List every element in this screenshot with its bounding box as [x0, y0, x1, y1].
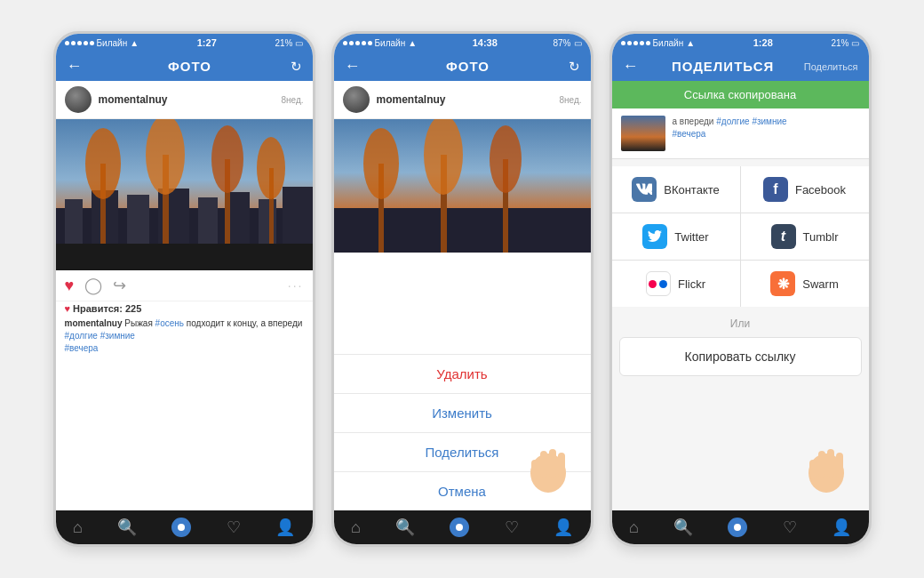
- share-option-tumblr[interactable]: t Tumblr: [741, 213, 869, 260]
- nav-profile-1[interactable]: 👤: [275, 518, 295, 537]
- nav-camera-3[interactable]: [728, 518, 747, 537]
- post-header-2: momentalnuy 8нед.: [334, 81, 591, 119]
- svg-rect-30: [558, 453, 565, 478]
- nav-heart-2[interactable]: ♡: [505, 518, 519, 537]
- time-3: 1:28: [753, 37, 773, 48]
- svg-point-11: [85, 128, 121, 199]
- nav-bar-1: ← ФОТО ↻: [56, 52, 313, 81]
- phone-3: Билайн ▲ 1:28 21% ▭ ← ПОДЕЛИТЬСЯ Поделит…: [609, 31, 872, 547]
- nav-home-2[interactable]: ⌂: [351, 518, 361, 537]
- post-username-1: momentalnuy: [99, 93, 282, 106]
- svg-point-22: [363, 128, 399, 199]
- nav-search-3[interactable]: 🔍: [673, 518, 693, 537]
- battery-icon: ▭: [295, 38, 303, 48]
- facebook-icon: f: [763, 177, 788, 202]
- svg-rect-28: [540, 451, 547, 478]
- status-bar-2: Билайн ▲ 14:38 87% ▭: [334, 34, 591, 52]
- share-option-twitter[interactable]: Twitter: [612, 213, 740, 260]
- svg-rect-31: [531, 460, 538, 479]
- wifi-icon-2: ▲: [408, 38, 417, 48]
- back-button-1[interactable]: ←: [67, 57, 83, 76]
- content-1: momentalnuy 8нед.: [56, 81, 313, 510]
- vk-label: ВКонтакте: [664, 183, 720, 197]
- post-time-1: 8нед.: [281, 95, 303, 105]
- svg-point-26: [490, 125, 522, 193]
- battery-1: 21% ▭: [275, 38, 303, 48]
- nav-heart-3[interactable]: ♡: [783, 518, 797, 537]
- vk-icon: [632, 177, 657, 202]
- nav-home-3[interactable]: ⌂: [629, 518, 639, 537]
- nav-profile-3[interactable]: 👤: [832, 518, 851, 537]
- comment-button-1[interactable]: ◯: [84, 276, 102, 295]
- post-header-1: momentalnuy 8нед.: [56, 81, 313, 119]
- avatar-1: [65, 86, 92, 113]
- page-title-3: ПОДЕЛИТЬСЯ: [646, 59, 801, 74]
- time-2: 14:38: [473, 37, 498, 48]
- like-button-1[interactable]: ♥: [65, 277, 75, 295]
- post-username-2: momentalnuy: [377, 93, 560, 106]
- svg-point-17: [257, 137, 285, 199]
- nav-camera-2[interactable]: [450, 518, 469, 537]
- bottom-nav-3: ⌂ 🔍 ♡ 👤: [612, 510, 869, 544]
- share-option-swarm[interactable]: ❋ Swarm: [741, 261, 869, 307]
- tumblr-label: Tumblr: [803, 230, 839, 244]
- share-option-facebook[interactable]: f Facebook: [741, 166, 869, 213]
- action-sheet-photo: [334, 119, 591, 253]
- svg-rect-20: [334, 208, 591, 253]
- post-photo-1: [56, 119, 313, 270]
- phone-2: Билайн ▲ 14:38 87% ▭ ← ФОТО ↻ momentalnu…: [331, 31, 593, 547]
- refresh-button-2[interactable]: ↻: [569, 59, 580, 75]
- battery-2: 87% ▭: [553, 38, 581, 48]
- post-actions-1: ♥ ◯ ↪ ···: [56, 270, 313, 301]
- svg-rect-36: [809, 460, 816, 479]
- battery-icon-2: ▭: [574, 38, 582, 48]
- share-button-1[interactable]: ↪: [113, 276, 126, 295]
- share-option-flickr[interactable]: Flickr: [612, 261, 740, 307]
- nav-home-1[interactable]: ⌂: [73, 518, 83, 537]
- share-grid: ВКонтакте f Facebook Twitter t Tumblr: [612, 166, 869, 307]
- hand-cursor-3: [802, 433, 851, 495]
- carrier-1: Билайн: [97, 38, 128, 48]
- post-likes-1: ♥ Нравится: 225: [56, 301, 313, 316]
- post-time-2: 8нед.: [559, 95, 581, 105]
- nav-heart-1[interactable]: ♡: [227, 518, 241, 537]
- status-bar-1: Билайн ▲ 1:27 21% ▭: [56, 34, 313, 52]
- facebook-label: Facebook: [795, 183, 846, 197]
- more-button-1[interactable]: ···: [288, 278, 304, 293]
- status-left-2: Билайн ▲: [343, 38, 418, 48]
- flickr-label: Flickr: [678, 277, 705, 291]
- battery-3: 21% ▭: [831, 38, 859, 48]
- hand-cursor-2: [524, 433, 573, 495]
- bottom-nav-1: ⌂ 🔍 ♡ 👤: [56, 510, 313, 544]
- svg-rect-18: [56, 244, 313, 270]
- refresh-button-1[interactable]: ↻: [291, 59, 302, 75]
- twitter-label: Twitter: [674, 230, 708, 244]
- share-nav-label[interactable]: Поделиться: [804, 61, 858, 72]
- tumblr-icon: t: [771, 224, 796, 249]
- swarm-icon: ❋: [770, 271, 795, 296]
- back-button-2[interactable]: ←: [345, 57, 361, 76]
- carrier-2: Билайн: [375, 38, 406, 48]
- status-bar-3: Билайн ▲ 1:28 21% ▭: [612, 34, 869, 52]
- post-caption-1: momentalnuy Рыжая #осень подходит к конц…: [56, 316, 313, 358]
- swarm-label: Swarm: [802, 277, 838, 291]
- edit-action[interactable]: Изменить: [334, 393, 591, 432]
- share-option-vk[interactable]: ВКонтакте: [612, 166, 740, 213]
- svg-point-15: [211, 125, 243, 193]
- twitter-icon: [642, 224, 667, 249]
- copy-link-button[interactable]: Копировать ссылку: [619, 337, 862, 376]
- wifi-icon: ▲: [130, 38, 139, 48]
- back-button-3[interactable]: ←: [623, 57, 639, 76]
- nav-search-2[interactable]: 🔍: [395, 518, 415, 537]
- delete-action[interactable]: Удалить: [334, 354, 591, 393]
- battery-icon-3: ▭: [851, 38, 859, 48]
- nav-camera-1[interactable]: [171, 518, 191, 537]
- flickr-icon: [646, 271, 671, 296]
- nav-bar-2: ← ФОТО ↻: [334, 52, 591, 81]
- share-or-divider: Или: [612, 314, 869, 333]
- nav-profile-2[interactable]: 👤: [554, 518, 573, 537]
- share-preview-caption: а впереди #долгие #зимние #вечера: [673, 116, 787, 140]
- time-1: 1:27: [197, 37, 217, 48]
- nav-search-1[interactable]: 🔍: [117, 518, 137, 537]
- link-copied-banner: Ссылка скопирована: [612, 81, 869, 108]
